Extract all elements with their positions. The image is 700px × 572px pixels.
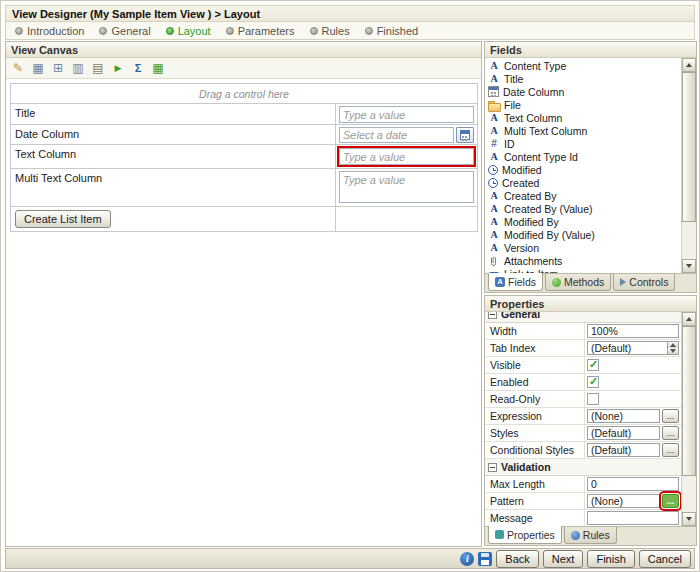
scroll-up-icon[interactable] — [682, 312, 696, 326]
expression-browse-button[interactable]: ... — [662, 409, 679, 423]
field-item[interactable]: Version — [485, 241, 681, 254]
text-field-icon — [488, 125, 500, 137]
fields-header: Fields — [485, 42, 696, 58]
insert-table-icon[interactable] — [49, 60, 67, 77]
multi-text-column-input[interactable] — [339, 171, 474, 203]
property-row-enabled: Enabled — [485, 374, 681, 391]
field-item[interactable]: Modified — [485, 163, 681, 176]
step-layout[interactable]: Layout — [166, 25, 211, 37]
property-row-read-only: Read-Only — [485, 391, 681, 408]
step-dot-icon — [226, 27, 234, 35]
max-length-field[interactable]: 0 — [587, 477, 679, 491]
conditional-styles-field[interactable]: (Default) — [587, 443, 660, 457]
row-label: Title — [11, 104, 336, 124]
pattern-browse-button-highlighted[interactable]: ... — [662, 494, 679, 508]
conditional-styles-browse-button[interactable]: ... — [662, 443, 679, 457]
scroll-up-icon[interactable] — [682, 58, 696, 72]
field-item[interactable]: Title — [485, 72, 681, 85]
step-finished[interactable]: Finished — [365, 25, 419, 37]
edit-rows-icon[interactable] — [89, 60, 107, 77]
tab-controls[interactable]: Controls — [613, 274, 675, 291]
text-field-icon — [488, 216, 500, 228]
field-item[interactable]: Created By — [485, 189, 681, 202]
field-item[interactable]: Modified By — [485, 215, 681, 228]
step-rules[interactable]: Rules — [310, 25, 350, 37]
next-button[interactable]: Next — [543, 550, 584, 568]
drop-target-hint[interactable]: Drag a control here — [11, 84, 477, 104]
edit-pencil-icon[interactable] — [9, 60, 27, 77]
field-item[interactable]: Content Type Id — [485, 150, 681, 163]
tab-index-spinner[interactable] — [667, 342, 678, 354]
step-dot-icon — [99, 27, 107, 35]
text-field-icon — [488, 112, 500, 124]
create-list-item-button[interactable]: Create List Item — [15, 210, 111, 228]
scroll-down-icon[interactable] — [682, 259, 696, 273]
field-item[interactable]: Date Column — [485, 85, 681, 98]
finish-button[interactable]: Finish — [587, 550, 634, 568]
scroll-thumb[interactable] — [682, 326, 696, 476]
field-item[interactable]: Content Type — [485, 59, 681, 72]
tab-properties[interactable]: Properties — [488, 526, 562, 544]
visible-checkbox[interactable] — [587, 359, 599, 371]
canvas-row-title: Title — [11, 104, 477, 125]
save-icon[interactable] — [478, 552, 492, 566]
number-icon — [488, 138, 500, 150]
properties-tabs: Properties Rules — [485, 526, 696, 545]
tab-index-field[interactable]: (Default) — [587, 341, 679, 355]
text-field-icon — [488, 151, 500, 163]
styles-field[interactable]: (Default) — [587, 426, 660, 440]
collapse-icon[interactable] — [488, 463, 497, 472]
step-general[interactable]: General — [99, 25, 150, 37]
title-input[interactable] — [339, 106, 474, 123]
cancel-button[interactable]: Cancel — [639, 550, 691, 568]
field-item[interactable]: Multi Text Column — [485, 124, 681, 137]
info-icon[interactable] — [460, 552, 474, 566]
spinner-down-icon[interactable] — [668, 348, 678, 354]
sum-expression-icon[interactable] — [129, 60, 147, 77]
field-item[interactable]: Created — [485, 176, 681, 189]
scroll-down-icon[interactable] — [682, 512, 696, 526]
text-column-input-highlighted[interactable] — [339, 148, 474, 165]
canvas-row-create-button: Create List Item — [11, 207, 477, 231]
field-item[interactable]: File — [485, 98, 681, 111]
field-item[interactable]: ID — [485, 137, 681, 150]
field-item[interactable]: Modified By (Value) — [485, 228, 681, 241]
scroll-thumb[interactable] — [682, 72, 696, 222]
pattern-field[interactable]: (None) — [587, 494, 660, 508]
property-row-max-length: Max Length 0 — [485, 476, 681, 493]
properties-scrollbar[interactable] — [681, 312, 696, 526]
fields-tab-icon — [495, 277, 505, 287]
step-parameters[interactable]: Parameters — [226, 25, 295, 37]
field-item[interactable]: Text Column — [485, 111, 681, 124]
styles-browse-button[interactable]: ... — [662, 426, 679, 440]
edit-columns-icon[interactable] — [69, 60, 87, 77]
message-field[interactable] — [587, 511, 679, 525]
footer-bar: Back Next Finish Cancel — [5, 548, 695, 569]
date-picker-button[interactable] — [456, 127, 474, 143]
collapse-icon[interactable] — [488, 312, 497, 319]
read-only-checkbox[interactable] — [587, 393, 599, 405]
canvas-layout-table: Drag a control here Title Date Column — [10, 83, 478, 232]
table-properties-icon[interactable] — [29, 60, 47, 77]
text-field-icon — [488, 229, 500, 241]
run-table-icon[interactable] — [109, 60, 127, 77]
tab-methods[interactable]: Methods — [545, 274, 611, 291]
back-button[interactable]: Back — [496, 550, 538, 568]
date-column-input[interactable] — [339, 127, 454, 143]
width-field[interactable]: 100% — [587, 324, 679, 338]
expression-field[interactable]: (None) — [587, 409, 660, 423]
wizard-steps-bar: Introduction General Layout Parameters R… — [5, 22, 695, 40]
row-label: Date Column — [11, 125, 336, 144]
tab-rules[interactable]: Rules — [564, 527, 617, 544]
field-item[interactable]: Link to Item — [485, 267, 681, 273]
property-row-tab-index: Tab Index (Default) — [485, 340, 681, 357]
tab-fields[interactable]: Fields — [488, 273, 543, 291]
field-item[interactable]: Attachments — [485, 254, 681, 267]
enabled-checkbox[interactable] — [587, 376, 599, 388]
section-validation: Validation — [485, 459, 681, 476]
step-dot-icon — [310, 27, 318, 35]
fields-scrollbar[interactable] — [681, 58, 696, 273]
list-view-icon[interactable] — [149, 60, 167, 77]
step-introduction[interactable]: Introduction — [15, 25, 84, 37]
field-item[interactable]: Created By (Value) — [485, 202, 681, 215]
